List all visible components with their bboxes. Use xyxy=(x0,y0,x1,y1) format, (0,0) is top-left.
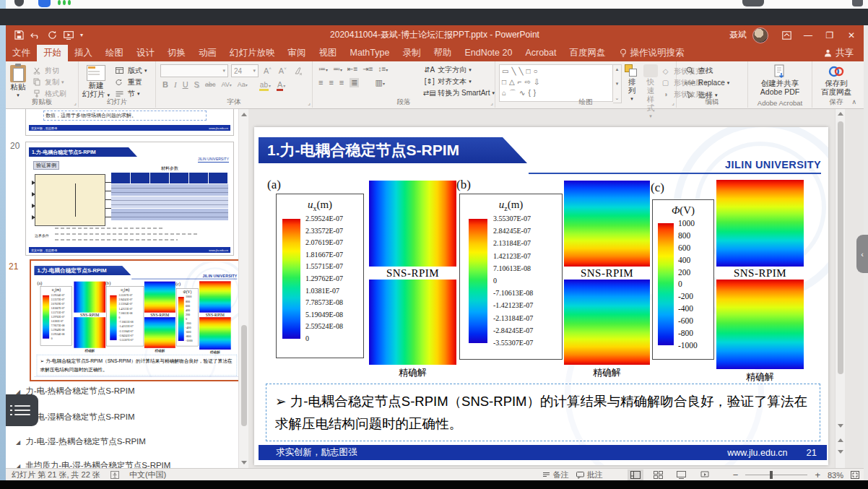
text-direction-button[interactable]: ⇵A文字方向▾ xyxy=(423,64,495,75)
slide-scrollbar[interactable] xyxy=(835,108,845,468)
section-collapsed-icon[interactable]: ◢ xyxy=(16,463,20,468)
notes-button[interactable]: 备注 xyxy=(542,469,569,480)
shrink-font-button[interactable]: A˅ xyxy=(277,66,289,75)
reading-view-button[interactable] xyxy=(674,469,690,481)
shape-icons-row[interactable]: ⌂⌒∿{} xyxy=(502,87,610,98)
tab-review[interactable]: 审阅 xyxy=(282,45,313,61)
dialog-launcher-icon[interactable]: ⌟ xyxy=(74,100,77,106)
convert-smartart-button[interactable]: ⇄▤转换为 SmartArt▾ xyxy=(423,87,495,98)
taskbar-app-icon[interactable] xyxy=(742,0,764,7)
slide-sorter-view-button[interactable] xyxy=(651,469,667,481)
dialog-launcher-icon[interactable]: ⌟ xyxy=(490,100,493,106)
slideshow-view-button[interactable] xyxy=(697,469,713,481)
dialog-launcher-icon[interactable]: ⌟ xyxy=(308,100,311,106)
justify-button[interactable]: ≣ xyxy=(350,78,359,87)
quick-styles-button[interactable]: 快速样式 ▾ xyxy=(642,64,659,121)
thumbnail-slide-20[interactable]: 1.力-电耦合稳定节点S-RPIM JILIN UNIVERSITY 验证算例 … xyxy=(25,142,234,256)
overlay-list-widget[interactable] xyxy=(6,394,38,426)
tab-transitions[interactable]: 切换 xyxy=(161,45,192,61)
decrease-indent-button[interactable]: ⇤≡ xyxy=(347,65,357,73)
slide-title-banner[interactable]: 1.力-电耦合稳定节点S-RPIM xyxy=(259,137,527,163)
highlight-button[interactable]: ab▾ xyxy=(257,80,273,89)
scrollbar-thumb[interactable] xyxy=(838,121,843,374)
collapse-ribbon-icon[interactable]: ∧ xyxy=(851,98,856,105)
section-row[interactable]: ◢力-电-湿-热耦合稳定节点S-RPIM xyxy=(16,436,146,447)
save-to-baidu-button[interactable]: 保存到百度网盘 xyxy=(812,61,860,96)
thumbnail-scrollbar[interactable] xyxy=(238,108,249,468)
reset-button[interactable]: 重置 xyxy=(113,77,147,87)
conclusion-textbox[interactable]: ➢ 力-电耦合稳定节点S-RPIM（SNS-RPIM）的计算结果与精确解吻合良好… xyxy=(266,384,820,441)
columns-button[interactable]: ▥▾ xyxy=(375,78,384,87)
line-spacing-button[interactable]: ↕≡▾ xyxy=(378,65,388,73)
paste-button[interactable]: 粘贴 ▾ xyxy=(10,63,26,100)
strikethrough-button[interactable]: abc xyxy=(203,81,218,88)
slide-title-banner[interactable]: 1.力-电耦合稳定节点S-RPIM xyxy=(34,266,131,275)
next-slide-button[interactable] xyxy=(836,446,845,456)
avatar[interactable] xyxy=(752,27,768,43)
new-slide-button[interactable]: 新建幻灯片 ▾ xyxy=(82,63,110,100)
language-indicator[interactable]: 中文(中国) xyxy=(129,469,166,480)
slide-canvas[interactable]: 1.力-电耦合稳定节点S-RPIM JILIN UNIVERSITY (a) u… xyxy=(254,127,828,465)
account-name[interactable]: 聂斌 xyxy=(729,29,747,41)
accessibility-icon[interactable] xyxy=(110,471,119,479)
taskbar-app-icon[interactable] xyxy=(14,0,24,7)
italic-button[interactable]: I xyxy=(172,80,179,89)
create-share-pdf-button[interactable]: 创建并共享Adobe PDF xyxy=(748,61,812,96)
previous-slide-button[interactable] xyxy=(836,435,845,445)
numbering-button[interactable]: ≕▾ xyxy=(333,65,342,73)
tab-help[interactable]: 帮助 xyxy=(427,45,458,61)
align-text-button[interactable]: [⇕]对齐文本▾ xyxy=(423,76,495,87)
tab-insert[interactable]: 插入 xyxy=(68,45,99,61)
section-collapsed-icon[interactable]: ◢ xyxy=(16,439,20,446)
shapes-gallery[interactable]: ▭╲╲□○ □△⌐⇨⇩ ⌂⌒∿{} xyxy=(499,64,613,102)
grow-font-button[interactable]: A˄ xyxy=(261,66,274,75)
normal-view-button[interactable] xyxy=(628,469,643,481)
minimize-button[interactable]: — xyxy=(797,25,819,45)
taskbar-app-icon[interactable] xyxy=(38,0,51,7)
shape-icons-row[interactable]: □△⌐⇨⇩ xyxy=(502,77,610,87)
character-spacing-button[interactable]: AV▾ xyxy=(219,81,233,88)
tab-home[interactable]: 开始 xyxy=(37,45,68,61)
conclusion-textbox[interactable]: ➢ 力-电耦合稳定节点S-RPIM（SNS-RPIM）的计算结果与精确解吻合良好… xyxy=(37,355,237,376)
change-case-button[interactable]: Aa▾ xyxy=(235,81,250,88)
ribbon-display-options-icon[interactable] xyxy=(776,25,797,45)
tell-me-search[interactable]: 操作说明搜索 xyxy=(612,45,692,61)
tab-record[interactable]: 录制 xyxy=(396,45,427,61)
tab-draw[interactable]: 绘图 xyxy=(99,45,130,61)
tab-baidu[interactable]: 百度网盘 xyxy=(563,45,612,61)
share-button[interactable]: 共享 xyxy=(814,45,864,61)
font-name-combo[interactable]: ▾ xyxy=(160,64,228,77)
underline-button[interactable]: U xyxy=(181,80,191,89)
arrange-button[interactable]: 排列 ▾ xyxy=(622,64,642,121)
zoom-percent[interactable]: 83% xyxy=(828,471,843,480)
clear-format-icon[interactable] xyxy=(292,67,305,75)
tab-animations[interactable]: 动画 xyxy=(192,45,223,61)
scroll-up-icon[interactable] xyxy=(836,108,845,118)
scrollbar-thumb[interactable] xyxy=(241,325,247,426)
layout-button[interactable]: 版式▾ xyxy=(113,65,147,76)
font-size-combo[interactable]: 24▾ xyxy=(231,64,259,77)
font-color-button[interactable]: A▾ xyxy=(274,80,287,89)
tab-mathtype[interactable]: MathType xyxy=(344,45,396,61)
bold-button[interactable]: B xyxy=(160,80,170,89)
thumbnail-slide-19[interactable]: 数值，适用于多物理场耦合问题的求解。 求实创新，励志图强 www.jlu.edu… xyxy=(25,109,234,136)
find-button[interactable]: 查找 xyxy=(684,65,747,76)
scroll-down-icon[interactable] xyxy=(239,457,249,467)
bullets-button[interactable]: ≔▾ xyxy=(318,65,328,73)
scroll-down-icon[interactable] xyxy=(836,420,845,430)
shape-icons-row[interactable]: ▭╲╲□○ xyxy=(502,66,610,77)
tab-slideshow[interactable]: 幻灯片放映 xyxy=(223,45,282,61)
close-button[interactable]: ✕ xyxy=(841,25,862,45)
tab-acrobat[interactable]: Acrobat xyxy=(518,45,563,61)
copy-button[interactable]: 复制▾ xyxy=(30,77,66,87)
align-center-button[interactable]: ≡ xyxy=(329,78,333,87)
tab-design[interactable]: 设计 xyxy=(130,45,161,61)
sidebar-collapse-handle[interactable]: ‹ xyxy=(856,235,868,273)
align-left-button[interactable]: ≡ xyxy=(318,78,323,87)
tab-file[interactable]: 文件 xyxy=(6,45,37,61)
zoom-slider-thumb[interactable] xyxy=(770,471,773,479)
zoom-slider[interactable] xyxy=(745,475,807,475)
thumbnail-slide-21[interactable]: 1.力-电耦合稳定节点S-RPIM JILIN UNIVERSITY (a) u… xyxy=(32,262,238,377)
section-row[interactable]: ◢非均质力-电-湿-热耦合稳定节点S-RPIM xyxy=(16,460,170,468)
comments-button[interactable]: 批注 xyxy=(576,469,603,480)
